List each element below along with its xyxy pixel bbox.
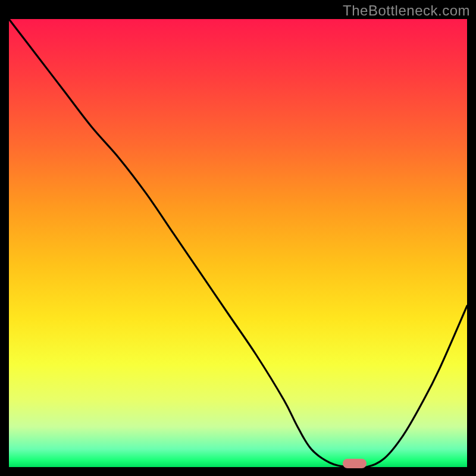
bottleneck-curve <box>9 19 467 467</box>
watermark-text: TheBottleneck.com <box>343 2 470 19</box>
optimal-marker <box>343 459 367 468</box>
chart-frame: TheBottleneck.com <box>0 0 476 476</box>
